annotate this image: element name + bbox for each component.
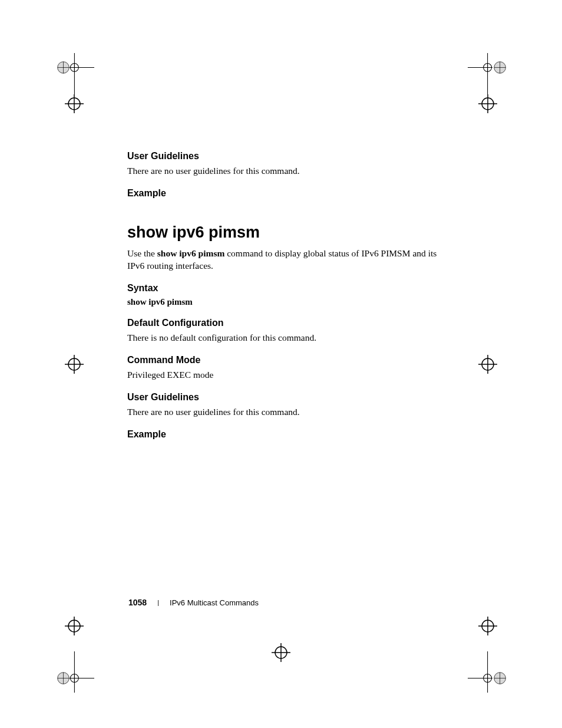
example-section: Example xyxy=(127,188,439,199)
intro-command-bold: show ipv6 pimsm xyxy=(157,248,225,258)
section-heading: User Guidelines xyxy=(127,151,439,162)
section-heading: Example xyxy=(127,429,439,440)
syntax-section: Syntax show ipv6 pimsm xyxy=(127,283,439,307)
footer-divider: | xyxy=(157,599,159,606)
section-heading: Example xyxy=(127,188,439,199)
registration-mark-icon xyxy=(64,615,85,639)
command-title: show ipv6 pimsm xyxy=(127,223,439,242)
registration-mark-icon xyxy=(468,651,509,693)
registration-mark-icon xyxy=(64,354,85,377)
section-body-text: There are no user guidelines for this co… xyxy=(127,406,439,419)
section-body-text: There are no user guidelines for this co… xyxy=(127,165,439,177)
registration-mark-icon xyxy=(53,53,94,94)
registration-mark-icon xyxy=(477,354,498,377)
user-guidelines-section: User Guidelines There are no user guidel… xyxy=(127,392,439,419)
chapter-name: IPv6 Multicast Commands xyxy=(170,598,259,607)
section-body-text: There is no default configuration for th… xyxy=(127,332,439,344)
section-heading: Command Mode xyxy=(127,355,439,365)
section-heading: Default Configuration xyxy=(127,318,439,328)
page-footer: 1058 | IPv6 Multicast Commands xyxy=(128,598,259,607)
command-mode-section: Command Mode Privileged EXEC mode xyxy=(127,355,439,381)
registration-mark-icon xyxy=(477,93,498,117)
command-intro-text: Use the show ipv6 pimsm command to displ… xyxy=(127,248,439,272)
registration-mark-icon xyxy=(477,615,498,639)
page-number: 1058 xyxy=(128,598,147,607)
section-heading: User Guidelines xyxy=(127,392,439,403)
section-body-text: Privileged EXEC mode xyxy=(127,369,439,381)
intro-prefix: Use the xyxy=(127,248,157,258)
page-body: User Guidelines There are no user guidel… xyxy=(127,151,439,449)
syntax-value: show ipv6 pimsm xyxy=(127,297,439,307)
registration-mark-icon xyxy=(53,651,94,693)
registration-mark-icon xyxy=(64,93,85,117)
user-guidelines-section: User Guidelines There are no user guidel… xyxy=(127,151,439,177)
registration-mark-icon xyxy=(270,642,292,666)
section-heading: Syntax xyxy=(127,283,439,294)
example-section: Example xyxy=(127,429,439,440)
registration-mark-icon xyxy=(468,53,509,94)
default-configuration-section: Default Configuration There is no defaul… xyxy=(127,318,439,344)
